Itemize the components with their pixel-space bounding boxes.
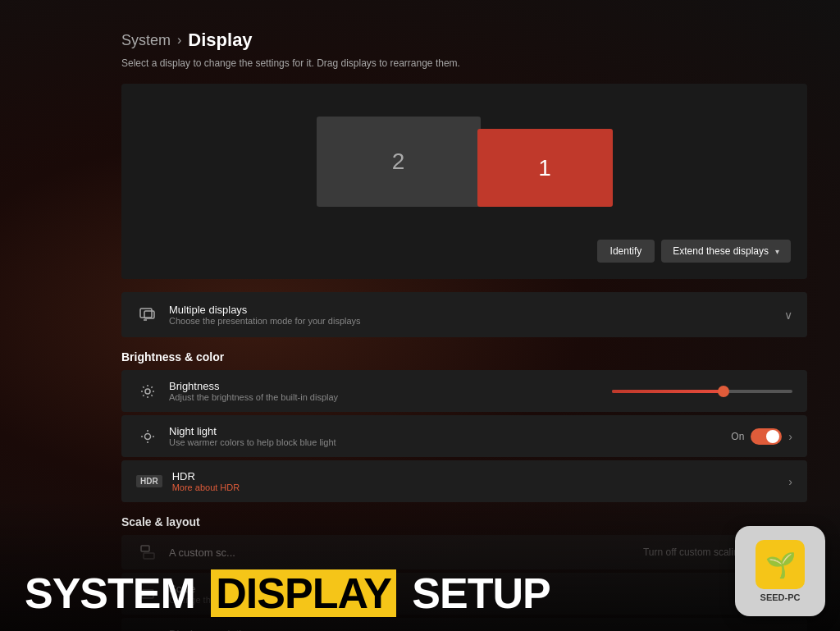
- display-preview-container: 2 1 Identify Extend these displays ▾: [121, 84, 807, 279]
- night-light-toggle[interactable]: [751, 428, 782, 445]
- svg-line-10: [151, 386, 152, 387]
- multiple-displays-row[interactable]: Multiple displays Choose the presentatio…: [121, 292, 807, 337]
- svg-line-8: [143, 386, 144, 387]
- multiple-displays-subtitle: Choose the presentation mode for your di…: [169, 316, 784, 326]
- display-monitors-row: 2 1: [138, 100, 791, 231]
- night-light-title: Night light: [169, 425, 731, 437]
- scale-subtitle: Change the size of text, apps, and other…: [169, 595, 767, 605]
- night-light-subtitle: Use warmer colors to help block blue lig…: [169, 437, 731, 447]
- resolution-text: Display resolution Adjust to fit your co…: [169, 628, 661, 631]
- brightness-slider-area[interactable]: [481, 390, 792, 393]
- brightness-subtitle: Adjust the brightness of the built-in di…: [169, 392, 481, 402]
- night-light-toggle-area: On ›: [731, 428, 792, 445]
- night-light-icon: [136, 429, 159, 444]
- breadcrumb-arrow: ›: [177, 33, 181, 48]
- scale-text: Scale Change the size of text, apps, and…: [169, 583, 767, 605]
- hdr-title: HDR: [172, 470, 789, 482]
- brightness-icon: [136, 384, 159, 399]
- seed-pc-badge: 🌱 SEED-PC: [735, 526, 825, 616]
- monitor-icon: [136, 307, 159, 323]
- brightness-slider-thumb[interactable]: [718, 386, 729, 397]
- toggle-knob: [766, 430, 779, 443]
- scale-layout-header: Scale & layout: [121, 515, 807, 528]
- scale-row: Scale Change the size of text, apps, and…: [121, 573, 807, 615]
- night-light-row[interactable]: Night light Use warmer colors to help bl…: [121, 415, 807, 457]
- extend-displays-button[interactable]: Extend these displays ▾: [661, 240, 791, 263]
- display-resolution-row: Display resolution Adjust to fit your co…: [121, 618, 807, 631]
- svg-point-3: [145, 389, 150, 394]
- custom-scale-text: A custom sc...: [169, 546, 643, 559]
- breadcrumb-display: Display: [188, 30, 252, 51]
- svg-point-12: [145, 433, 151, 439]
- hdr-link[interactable]: More about HDR: [172, 482, 789, 492]
- hdr-row[interactable]: HDR HDR More about HDR ›: [121, 460, 807, 502]
- multiple-displays-text: Multiple displays Choose the presentatio…: [169, 304, 784, 326]
- svg-rect-17: [141, 546, 149, 551]
- brightness-title: Brightness: [169, 380, 481, 392]
- svg-rect-0: [140, 309, 152, 318]
- night-light-chevron: ›: [788, 430, 792, 443]
- night-light-status: On: [731, 431, 744, 442]
- svg-line-11: [143, 395, 144, 396]
- seed-icon: 🌱: [756, 540, 805, 589]
- brightness-color-header: Brightness & color: [121, 350, 807, 364]
- breadcrumb-system[interactable]: System: [121, 32, 171, 49]
- scale-title: Scale: [169, 583, 767, 595]
- hdr-badge: HDR: [136, 475, 162, 487]
- display-actions: Identify Extend these displays ▾: [138, 231, 791, 263]
- monitor-2[interactable]: 2: [317, 117, 481, 207]
- svg-line-9: [151, 395, 152, 396]
- custom-scale-row: A custom sc... Turn off custom scaling a…: [121, 535, 807, 569]
- svg-rect-18: [144, 553, 154, 559]
- seed-label: SEED-PC: [760, 592, 801, 602]
- identify-button[interactable]: Identify: [597, 240, 655, 263]
- multiple-displays-title: Multiple displays: [169, 304, 784, 316]
- brightness-slider-track[interactable]: [612, 390, 792, 393]
- page-subtitle: Select a display to change the settings …: [121, 57, 807, 69]
- monitor-1[interactable]: 1: [477, 129, 613, 207]
- breadcrumb: System › Display: [121, 30, 807, 51]
- brightness-row: Brightness Adjust the brightness of the …: [121, 370, 807, 412]
- hdr-text: HDR More about HDR: [172, 470, 789, 492]
- hdr-chevron: ›: [788, 475, 792, 488]
- chevron-down-icon: ▾: [775, 247, 779, 256]
- custom-scale-title: A custom sc...: [169, 546, 643, 559]
- scale-icon: [136, 587, 159, 601]
- resolution-title: Display resolution: [169, 628, 661, 631]
- custom-scale-icon: [136, 545, 159, 560]
- brightness-slider-fill: [612, 390, 724, 393]
- multiple-displays-chevron: ∨: [784, 309, 792, 322]
- night-light-text: Night light Use warmer colors to help bl…: [169, 425, 731, 447]
- brightness-text: Brightness Adjust the brightness of the …: [169, 380, 481, 402]
